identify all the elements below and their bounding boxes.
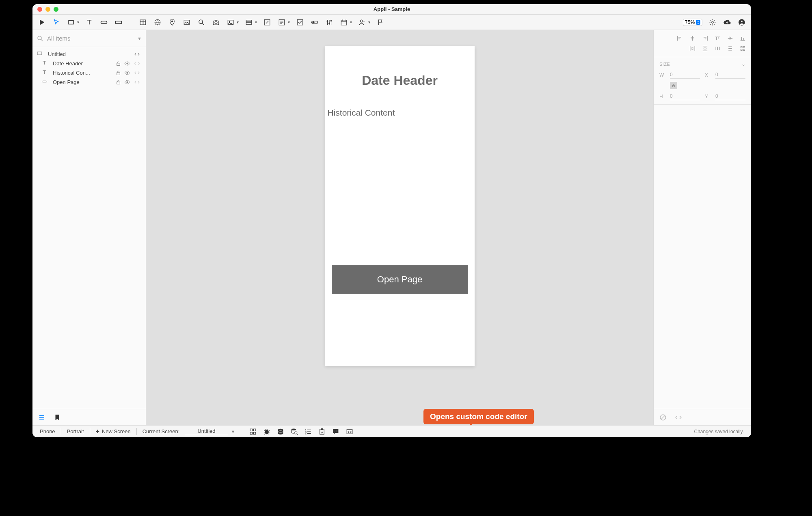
button-tool-button[interactable] bbox=[99, 18, 108, 27]
layers-search-row: ▼ bbox=[32, 30, 146, 47]
account-button[interactable] bbox=[737, 18, 746, 27]
dropdown-caret-icon[interactable]: ▾ bbox=[77, 20, 79, 24]
svg-rect-12 bbox=[246, 20, 252, 24]
close-window-button[interactable] bbox=[37, 7, 42, 12]
grid-tool-icon[interactable] bbox=[249, 428, 257, 436]
dropdown-caret-icon[interactable]: ▾ bbox=[288, 20, 290, 24]
layers-search-input[interactable] bbox=[47, 35, 134, 42]
database-search-icon[interactable] bbox=[290, 428, 298, 436]
chevron-down-icon[interactable]: ⌄ bbox=[741, 61, 746, 67]
x-input[interactable]: 0 bbox=[715, 71, 745, 79]
orientation-selector[interactable]: Portrait bbox=[67, 428, 84, 434]
lock-icon[interactable] bbox=[114, 79, 122, 85]
dropdown-caret-icon[interactable]: ▾ bbox=[350, 20, 352, 24]
svg-rect-32 bbox=[42, 81, 47, 82]
h-input[interactable]: 0 bbox=[670, 92, 700, 100]
device-selector[interactable]: Phone bbox=[40, 428, 55, 434]
search-tool-button[interactable] bbox=[197, 18, 206, 27]
zoom-control[interactable]: 75% ▲▼ bbox=[683, 19, 702, 26]
y-input[interactable]: 0 bbox=[715, 92, 745, 100]
run-button[interactable] bbox=[37, 18, 46, 27]
svg-point-26 bbox=[38, 36, 41, 40]
text-tool-button[interactable] bbox=[85, 18, 94, 27]
list-tool-button[interactable] bbox=[244, 18, 253, 27]
numbered-list-icon[interactable] bbox=[304, 428, 312, 436]
image-frame-tool-button[interactable] bbox=[182, 18, 191, 27]
list-view-icon[interactable] bbox=[38, 414, 45, 421]
dropdown-caret-icon[interactable]: ▾ bbox=[368, 20, 370, 24]
distribute-v-icon[interactable] bbox=[702, 45, 708, 52]
layer-item[interactable]: Open Page bbox=[32, 77, 146, 87]
tidy-icon[interactable] bbox=[739, 45, 746, 52]
align-right-icon[interactable] bbox=[702, 35, 708, 42]
code-icon[interactable] bbox=[132, 79, 142, 85]
cloud-upload-button[interactable] bbox=[723, 18, 732, 27]
align-middle-v-icon[interactable] bbox=[727, 35, 734, 42]
layer-item[interactable]: Historical Con... bbox=[32, 68, 146, 77]
visibility-icon[interactable] bbox=[122, 79, 132, 85]
globe-tool-button[interactable] bbox=[153, 18, 162, 27]
distribute-spacing-v-icon[interactable] bbox=[727, 45, 734, 52]
debug-icon[interactable] bbox=[263, 428, 271, 436]
layer-item[interactable]: Date Header bbox=[32, 59, 146, 68]
zoom-stepper-icon[interactable]: ▲▼ bbox=[696, 20, 700, 25]
settings-button[interactable] bbox=[708, 18, 717, 27]
calendar-tool-button[interactable] bbox=[339, 18, 348, 27]
code-icon[interactable] bbox=[132, 51, 142, 57]
flag-tool-button[interactable] bbox=[376, 18, 385, 27]
code-editor-icon[interactable] bbox=[346, 428, 354, 436]
device-frame[interactable]: Date Header Historical Content Open Page bbox=[325, 46, 475, 366]
align-center-h-icon[interactable] bbox=[689, 35, 696, 42]
distribute-spacing-h-icon[interactable] bbox=[714, 45, 721, 52]
visibility-icon[interactable] bbox=[122, 70, 132, 76]
new-screen-button[interactable]: +New Screen bbox=[96, 428, 131, 435]
bookmark-icon[interactable] bbox=[54, 414, 61, 421]
canvas-header-text[interactable]: Date Header bbox=[325, 73, 475, 88]
distribute-h-icon[interactable] bbox=[689, 45, 696, 52]
align-bottom-icon[interactable] bbox=[739, 35, 746, 42]
input-tool-button[interactable] bbox=[114, 18, 123, 27]
canvas-open-page-button[interactable]: Open Page bbox=[332, 265, 468, 294]
database-icon[interactable] bbox=[276, 428, 285, 436]
pointer-tool-button[interactable] bbox=[52, 18, 61, 27]
dropdown-caret-icon[interactable]: ▾ bbox=[255, 20, 257, 24]
camera-tool-button[interactable] bbox=[212, 18, 220, 27]
align-top-icon[interactable] bbox=[714, 35, 721, 42]
zoom-window-button[interactable] bbox=[54, 7, 58, 12]
map-pin-tool-button[interactable] bbox=[168, 18, 177, 27]
disabled-icon[interactable] bbox=[659, 414, 667, 421]
checkbox-tool-button[interactable] bbox=[296, 18, 304, 27]
edit-tool-button[interactable] bbox=[263, 18, 272, 27]
y-label: Y bbox=[705, 94, 710, 99]
visibility-icon[interactable] bbox=[122, 60, 132, 67]
dropdown-caret-icon[interactable]: ▼ bbox=[137, 36, 142, 41]
table-tool-button[interactable] bbox=[138, 18, 147, 27]
canvas-subtitle-text[interactable]: Historical Content bbox=[328, 108, 395, 118]
aspect-lock-icon[interactable] bbox=[670, 82, 677, 89]
sliders-tool-button[interactable] bbox=[325, 18, 334, 27]
chat-icon[interactable] bbox=[332, 428, 340, 436]
canvas[interactable]: Date Header Historical Content Open Page… bbox=[146, 30, 654, 425]
lock-icon[interactable] bbox=[114, 60, 122, 67]
minimize-window-button[interactable] bbox=[45, 7, 50, 12]
clipboard-icon[interactable] bbox=[318, 428, 326, 436]
svg-point-17 bbox=[313, 21, 315, 23]
rectangle-tool-button[interactable] bbox=[67, 18, 76, 27]
code-icon[interactable] bbox=[675, 414, 682, 421]
save-status: Changes saved locally. bbox=[694, 429, 744, 434]
layer-screen-root[interactable]: Untitled bbox=[32, 49, 146, 59]
user-tool-button[interactable] bbox=[358, 18, 367, 27]
w-input[interactable]: 0 bbox=[670, 71, 700, 79]
code-icon[interactable] bbox=[132, 70, 142, 76]
code-icon[interactable] bbox=[132, 60, 142, 67]
toggle-tool-button[interactable] bbox=[310, 18, 319, 27]
svg-rect-6 bbox=[184, 20, 190, 24]
current-screen-dropdown[interactable]: Untitled ▼ bbox=[185, 428, 235, 435]
align-left-icon[interactable] bbox=[676, 35, 683, 42]
image-tool-button[interactable] bbox=[226, 18, 235, 27]
lock-icon[interactable] bbox=[114, 70, 122, 76]
dropdown-caret-icon[interactable]: ▾ bbox=[237, 20, 239, 24]
svg-point-9 bbox=[215, 21, 217, 24]
form-tool-button[interactable] bbox=[277, 18, 286, 27]
text-icon bbox=[41, 60, 51, 67]
